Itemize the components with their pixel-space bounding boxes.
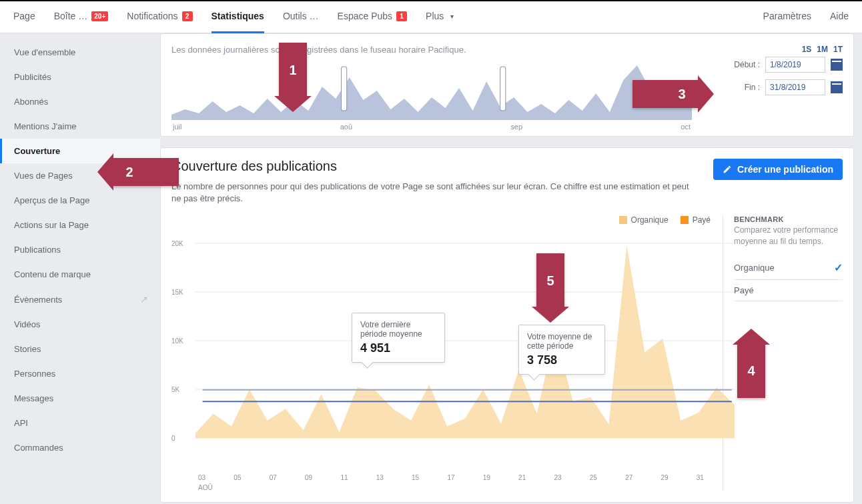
xtick: 03 xyxy=(198,474,205,481)
sidebar-item-label: Personnes xyxy=(14,369,55,379)
mini-timeline-chart[interactable] xyxy=(171,60,692,120)
sidebar-item-label: API xyxy=(14,418,28,428)
date-end-label: Fin : xyxy=(745,83,760,92)
sidebar-item-publications[interactable]: Publications xyxy=(0,237,160,262)
sidebar-item-label: Couverture xyxy=(14,146,60,156)
external-icon: ↗ xyxy=(140,294,148,305)
sidebar-item-actions-sur-la-page[interactable]: Actions sur la Page xyxy=(0,213,160,237)
date-range-card: Les données journalières sont enregistré… xyxy=(160,33,854,137)
month-label: juil xyxy=(173,123,181,131)
sidebar-item-label: Contenu de marque xyxy=(14,269,91,279)
sidebar-item-label: Mentions J'aime xyxy=(14,121,77,131)
top-nav: Page Boîte …20+ Notifications2 Statistiq… xyxy=(0,0,862,33)
legend-paid[interactable]: Payé xyxy=(681,215,711,225)
sidebar-item-mentions-j-aime[interactable]: Mentions J'aime xyxy=(0,114,160,139)
tf-1m[interactable]: 1M xyxy=(817,45,828,54)
sidebar-item-label: Évènements xyxy=(14,295,62,305)
xtick-row: 030507091113151719212325272931 xyxy=(171,474,711,481)
mini-month-labels: juil aoû sep oct xyxy=(171,123,692,131)
date-end-row: Fin : xyxy=(703,79,843,95)
sidebar-item-api[interactable]: API xyxy=(0,411,160,435)
ytick: 20K xyxy=(171,240,183,247)
sidebar-item-personnes[interactable]: Personnes xyxy=(0,361,160,386)
sidebar-item-label: Publications xyxy=(14,245,61,255)
sidebar-item-vid-os[interactable]: Vidéos xyxy=(0,312,160,337)
x-axis-label: AOÛ xyxy=(171,484,711,491)
nav-more[interactable]: Plus xyxy=(426,1,454,33)
swatch-organic-icon xyxy=(619,216,627,224)
legend-label: Payé xyxy=(693,215,711,225)
xtick: 25 xyxy=(590,474,597,481)
date-inputs: Début : Fin : xyxy=(703,57,843,95)
benchmark-row-label: Organique xyxy=(734,263,775,273)
xtick: 07 xyxy=(270,474,277,481)
coverage-header: Couverture des publications Le nombre de… xyxy=(161,148,853,215)
sidebar: Vue d'ensemblePublicitésAbonnésMentions … xyxy=(0,33,160,504)
sidebar-item-label: Messages xyxy=(14,393,53,403)
tf-1t[interactable]: 1T xyxy=(833,45,843,54)
xtick: 31 xyxy=(697,474,704,481)
date-start-label: Début : xyxy=(734,60,760,69)
annotation-number: 5 xyxy=(546,273,554,289)
nav-ads[interactable]: Espace Pubs1 xyxy=(338,1,408,33)
sidebar-item-aper-us-de-la-page[interactable]: Aperçus de la Page xyxy=(0,188,160,213)
benchmark-paid-row[interactable]: Payé xyxy=(734,280,843,301)
nav-label: Statistiques xyxy=(211,11,264,21)
annotation-2: 2 xyxy=(112,158,179,186)
date-end-input[interactable] xyxy=(765,79,825,95)
timezone-caption: Les données journalières sont enregistré… xyxy=(171,45,692,55)
ytick: 15K xyxy=(171,289,183,296)
annotation-number: 1 xyxy=(289,63,296,78)
xtick: 23 xyxy=(554,474,561,481)
nav-stats[interactable]: Statistiques xyxy=(211,1,264,33)
nav-help[interactable]: Aide xyxy=(830,1,849,33)
calendar-icon[interactable] xyxy=(831,81,843,93)
chart-legend: Organique Payé xyxy=(171,215,711,225)
sidebar-item-messages[interactable]: Messages xyxy=(0,386,160,411)
pencil-icon xyxy=(723,165,732,174)
tooltip-prev-period: Votre dernière période moyenne 4 951 xyxy=(352,313,445,363)
check-icon: ✓ xyxy=(834,261,843,274)
sidebar-item-vue-d-ensemble[interactable]: Vue d'ensemble xyxy=(0,40,160,65)
nav-settings[interactable]: Paramètres xyxy=(763,1,811,33)
content: Les données journalières sont enregistré… xyxy=(160,33,862,504)
sidebar-item-publicit-s[interactable]: Publicités xyxy=(0,65,160,89)
nav-inbox[interactable]: Boîte …20+ xyxy=(54,1,109,33)
sidebar-item-label: Publicités xyxy=(14,72,51,82)
nav-page[interactable]: Page xyxy=(13,1,35,33)
sidebar-item-contenu-de-marque[interactable]: Contenu de marque xyxy=(0,262,160,287)
inbox-badge: 20+ xyxy=(91,11,108,21)
nav-tools[interactable]: Outils … xyxy=(283,1,319,33)
sidebar-item-label: Vidéos xyxy=(14,319,41,329)
tooltip-text: Votre dernière période moyenne xyxy=(360,320,436,339)
nav-label: Boîte … xyxy=(54,11,88,21)
sidebar-item-stories[interactable]: Stories xyxy=(0,337,160,361)
sidebar-item--v-nements[interactable]: Évènements↗ xyxy=(0,287,160,312)
benchmark-organic-row[interactable]: Organique ✓ xyxy=(734,256,843,280)
xtick: 29 xyxy=(661,474,668,481)
main-layout: Vue d'ensemblePublicitésAbonnésMentions … xyxy=(0,33,862,504)
swatch-paid-icon xyxy=(681,216,689,224)
svg-rect-1 xyxy=(500,67,506,111)
nav-label: Plus xyxy=(426,11,444,21)
nav-notifications[interactable]: Notifications2 xyxy=(127,1,192,33)
sidebar-item-commandes[interactable]: Commandes xyxy=(0,435,160,460)
sidebar-item-abonn-s[interactable]: Abonnés xyxy=(0,89,160,114)
month-label: oct xyxy=(681,123,691,131)
date-start-input[interactable] xyxy=(765,57,825,73)
nav-label: Paramètres xyxy=(763,11,811,21)
tooltip-value: 3 758 xyxy=(527,353,596,367)
annotation-number: 3 xyxy=(646,87,685,102)
xtick: 09 xyxy=(305,474,312,481)
xtick: 11 xyxy=(340,474,348,481)
nav-label: Espace Pubs xyxy=(338,11,393,21)
tf-1s[interactable]: 1S xyxy=(802,45,812,54)
xtick: 15 xyxy=(412,474,419,481)
legend-organic[interactable]: Organique xyxy=(619,215,669,225)
top-nav-right: Paramètres Aide xyxy=(763,1,849,33)
annotation-number: 4 xyxy=(747,363,755,379)
calendar-icon[interactable] xyxy=(831,59,843,71)
chart-column: Organique Payé 20K 15K 10K 5K 0 Votre xyxy=(171,215,711,491)
create-post-button[interactable]: Créer une publication xyxy=(713,159,843,180)
coverage-chart[interactable]: 20K 15K 10K 5K 0 Votre dernière période … xyxy=(171,230,711,470)
